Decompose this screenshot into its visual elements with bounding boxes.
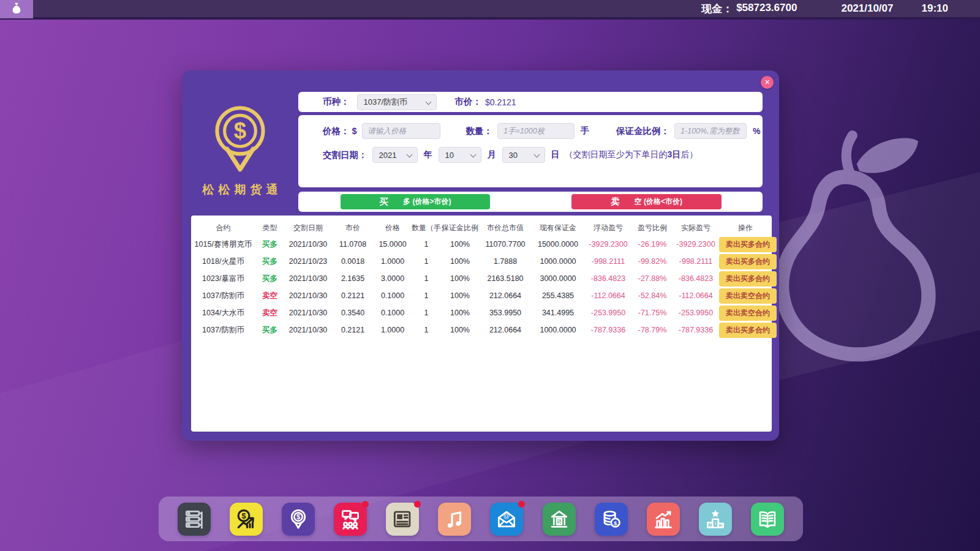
cell-margin: 100% [441,253,479,270]
order-form: 价格： $ 数量： 手 保证金比例： % 交割日期： 2021 年 10 月 3… [298,115,763,187]
cell-actual_pl: -3929.2300 [673,236,719,253]
dock-item-coin-stack[interactable]: $ [595,503,628,536]
cell-total: 2163.5180 [479,270,532,287]
month-value: 10 [445,151,454,160]
cell-contract: 1015/赛博朋克币 [191,236,255,253]
cell-float_pl: -112.0664 [584,287,632,304]
table-row: 1034/大水币卖空2021/10/300.35400.10001100%353… [191,304,772,321]
price-currency-prefix: $ [352,126,357,136]
cell-qty: 1 [412,304,441,321]
cell-type: 买多 [255,270,284,287]
server-rack-icon [183,508,206,531]
cell-pl_ratio: -26.19% [632,236,673,253]
money-bag-icon[interactable] [0,0,33,18]
price-input[interactable] [362,123,440,139]
close-icon[interactable]: ✕ [761,76,774,89]
dock-item-bank[interactable]: $ [543,503,576,536]
positions-table: 合约类型交割日期市价价格数量（手）保证金比例市价总市值现有保证金浮动盈亏盈亏比例… [191,220,772,339]
svg-text:$: $ [296,513,300,520]
margin-label: 保证金比例： [616,126,669,137]
day-unit: 日 [551,149,560,160]
cell-pl_ratio: -78.79% [632,321,673,339]
sell-condition: 空 (价格<市价) [635,197,682,207]
svg-text:$: $ [242,511,246,520]
cell-contract: 1034/大水币 [191,304,255,321]
cell-type: 买多 [255,236,284,253]
delivery-date-label: 交割日期： [323,149,368,161]
dock-item-newspaper[interactable] [386,503,419,536]
cell-pl_ratio: -71.75% [632,304,673,321]
dock-item-open-book[interactable] [751,503,784,536]
svg-text:@: @ [503,512,510,519]
cell-pl_ratio: -27.88% [632,270,673,287]
notification-badge [518,501,525,508]
newspaper-icon [391,508,414,531]
quantity-label: 数量： [466,126,493,137]
cash-balance: 现金： $58723.6700 [701,2,797,16]
sell-contract-button[interactable]: 卖出买多合约 [719,323,777,338]
ranking-podium-icon: 123 [704,508,727,531]
mail-icon: @ [495,508,518,531]
cell-type: 卖空 [255,304,284,321]
cell-type: 买多 [255,253,284,270]
year-select[interactable]: 2021 [372,147,418,163]
coin-trend-icon: $ [235,508,258,531]
dock-item-chat-group[interactable] [334,503,367,536]
day-select[interactable]: 30 [502,147,545,163]
sell-contract-button[interactable]: 卖出卖空合约 [719,288,777,304]
cell-price: 1.0000 [374,321,412,339]
cell-market: 0.0018 [332,253,374,270]
buy-condition: 多 (价格>市价) [403,197,451,207]
column-header: 交割日期 [284,220,332,236]
buy-long-button[interactable]: 买 多 (价格>市价) [341,194,490,209]
market-price-label: 市价： [455,96,482,108]
app-title: 松松期货通 [182,182,298,198]
year-value: 2021 [379,151,397,160]
cell-actual_pl: -112.0664 [673,287,719,304]
dock-item-music-note[interactable] [438,503,471,536]
cell-deposit: 1000.0000 [532,321,584,339]
day-value: 30 [509,151,518,160]
cell-delivery: 2021/10/30 [284,304,332,321]
year-unit: 年 [424,149,432,160]
sell-contract-button[interactable]: 卖出买多合约 [719,237,777,252]
cell-qty: 1 [412,236,441,253]
column-header: 操作 [719,220,772,236]
app-dock: $$@$$123 [159,497,803,541]
dock-item-mail[interactable]: @ [490,503,523,536]
dock-item-server-rack[interactable] [178,503,211,536]
notification-badge [414,501,421,508]
column-header: 盈亏比例 [632,220,673,236]
futures-order-dialog: ✕ $ 松松期货通 币种： 1037/防割币 市价： $0.2121 价格： $… [182,70,779,441]
table-row: 1037/防割币卖空2021/10/300.21210.10001100%212… [191,287,772,304]
sell-short-button[interactable]: 卖 空 (价格<市价) [571,194,722,209]
table-row: 1023/暴富币买多2021/10/302.16353.00001100%216… [191,270,772,287]
cell-market: 0.3540 [332,304,374,321]
margin-input[interactable] [674,123,747,139]
cell-actual_pl: -836.4823 [673,270,719,287]
dock-item-ranking-podium[interactable]: 123 [699,503,732,536]
cell-contract: 1018/火星币 [191,253,255,270]
column-header: 价格 [374,220,412,236]
cell-delivery: 2021/10/30 [284,321,332,339]
cell-contract: 1037/防割币 [191,287,255,304]
dock-item-chart-up[interactable] [647,503,680,536]
dock-item-dollar-pin[interactable]: $ [282,503,315,536]
sell-contract-button[interactable]: 卖出卖空合约 [719,305,777,321]
sell-contract-button[interactable]: 卖出买多合约 [719,254,777,269]
cell-action: 卖出卖空合约 [719,287,772,304]
price-label: 价格： [323,126,350,137]
cell-margin: 100% [441,321,479,339]
month-select[interactable]: 10 [439,147,481,163]
cash-label: 现金： [701,2,733,16]
cell-action: 卖出卖空合约 [719,304,772,321]
market-price: 市价： $0.2121 [455,96,516,108]
cell-qty: 1 [412,321,441,339]
sell-contract-button[interactable]: 卖出买多合约 [719,271,777,287]
currency-select[interactable]: 1037/防割币 [357,94,437,110]
quantity-input[interactable] [497,123,575,139]
bank-icon: $ [548,508,571,531]
column-header: 市价总市值 [479,220,532,236]
margin-unit: % [753,126,760,136]
dock-item-coin-trend[interactable]: $ [230,503,263,536]
